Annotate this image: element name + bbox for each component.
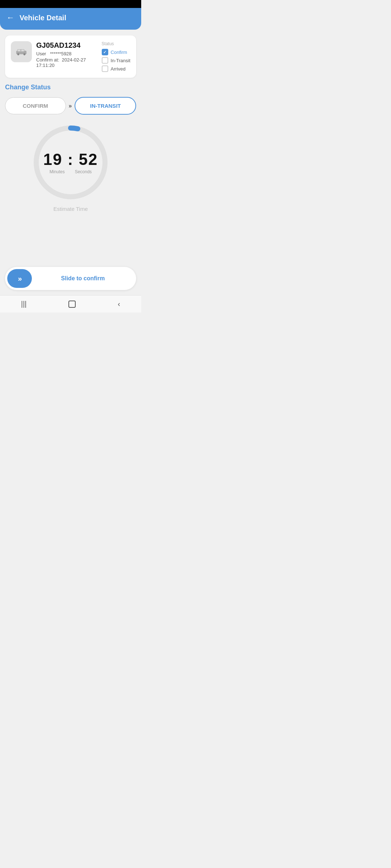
timer-colon: : bbox=[68, 150, 74, 168]
status-arrived-text: Arrived bbox=[111, 66, 126, 72]
nav-bar: ||| ‹ bbox=[0, 295, 141, 312]
svg-rect-5 bbox=[21, 50, 24, 51]
slide-text: Slide to confirm bbox=[32, 275, 134, 282]
status-buttons-row: CONFIRM » IN-TRANSIT bbox=[5, 97, 136, 115]
nav-menu-icon[interactable]: ||| bbox=[21, 300, 27, 308]
timer-section: 19 : 52 Minutes Seconds Estimate Time bbox=[5, 123, 136, 212]
slide-bar[interactable]: » Slide to confirm bbox=[5, 267, 136, 290]
timer-display: 19 : 52 bbox=[43, 150, 98, 169]
timer-labels: Minutes Seconds bbox=[50, 169, 92, 174]
confirm-button[interactable]: CONFIRM bbox=[5, 97, 66, 114]
checkbox-arrived[interactable] bbox=[102, 65, 108, 72]
status-bar bbox=[0, 0, 141, 8]
vehicle-icon bbox=[11, 41, 32, 62]
checkbox-confirm[interactable] bbox=[102, 49, 108, 55]
status-item-arrived[interactable]: Arrived bbox=[102, 65, 126, 72]
minutes-label: Minutes bbox=[50, 169, 65, 174]
vehicle-confirm-row: Confirm at: 2024-02-27 17:11:20 bbox=[36, 57, 97, 68]
status-intransit-text: In-Transit bbox=[111, 58, 130, 63]
car-icon bbox=[15, 46, 28, 58]
timer-inner: 19 : 52 Minutes Seconds bbox=[31, 123, 110, 202]
back-button[interactable]: ← bbox=[7, 13, 14, 22]
status-item-confirm[interactable]: Confirm bbox=[102, 49, 127, 55]
main-content: GJ05AD1234 User ******5928 Confirm at: 2… bbox=[0, 30, 141, 267]
status-confirm-text: Confirm bbox=[111, 50, 127, 55]
confirm-at-label: Confirm at: bbox=[36, 57, 59, 63]
header: ← Vehicle Detail bbox=[0, 8, 141, 30]
slide-button[interactable]: » bbox=[7, 269, 32, 288]
vehicle-card: GJ05AD1234 User ******5928 Confirm at: 2… bbox=[5, 35, 136, 78]
svg-point-2 bbox=[17, 53, 20, 55]
page-title: Vehicle Detail bbox=[20, 14, 66, 22]
vehicle-plate: GJ05AD1234 bbox=[36, 41, 97, 50]
user-label: User bbox=[36, 51, 46, 56]
timer-minutes: 19 bbox=[43, 150, 62, 168]
vehicle-info: GJ05AD1234 User ******5928 Confirm at: 2… bbox=[36, 41, 97, 68]
nav-back-icon[interactable]: ‹ bbox=[118, 300, 120, 308]
status-section: Status Confirm In-Transit Arrived bbox=[102, 41, 130, 72]
arrow-icon: » bbox=[69, 103, 72, 109]
checkbox-intransit[interactable] bbox=[102, 57, 108, 64]
svg-point-3 bbox=[24, 53, 26, 55]
user-value: ******5928 bbox=[50, 51, 71, 56]
timer-circle: 19 : 52 Minutes Seconds bbox=[31, 123, 110, 202]
seconds-label: Seconds bbox=[75, 169, 92, 174]
slide-btn-icon: » bbox=[18, 275, 21, 283]
svg-rect-4 bbox=[18, 50, 20, 51]
status-label: Status bbox=[102, 41, 114, 46]
estimate-label: Estimate Time bbox=[53, 206, 88, 212]
timer-seconds: 52 bbox=[79, 150, 98, 168]
intransit-button[interactable]: IN-TRANSIT bbox=[75, 97, 136, 115]
nav-home-icon[interactable] bbox=[68, 301, 76, 308]
slide-bar-wrap: » Slide to confirm bbox=[0, 267, 141, 295]
vehicle-user-row: User ******5928 bbox=[36, 51, 97, 56]
change-status-label: Change Status bbox=[5, 84, 136, 91]
status-item-intransit[interactable]: In-Transit bbox=[102, 57, 130, 64]
